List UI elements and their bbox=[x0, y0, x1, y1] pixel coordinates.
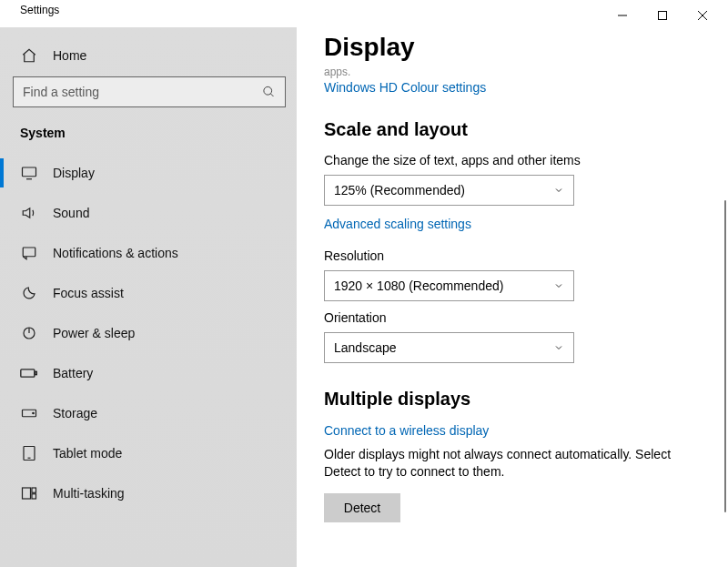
sidebar-item-sound[interactable]: Sound bbox=[0, 193, 297, 233]
sidebar-item-label: Multi-tasking bbox=[53, 486, 125, 501]
svg-rect-12 bbox=[32, 494, 36, 499]
sidebar-item-label: Storage bbox=[53, 406, 97, 420]
sidebar-item-focus-assist[interactable]: Focus assist bbox=[0, 273, 297, 313]
sidebar: Home System Display bbox=[0, 27, 297, 567]
window-title: Settings bbox=[20, 4, 602, 16]
storage-icon bbox=[20, 407, 38, 420]
svg-rect-3 bbox=[23, 248, 35, 257]
multiple-displays-heading: Multiple displays bbox=[324, 389, 712, 410]
orientation-field-label: Orientation bbox=[324, 310, 712, 325]
tablet-icon bbox=[20, 445, 38, 461]
svg-rect-2 bbox=[23, 167, 36, 177]
home-label: Home bbox=[53, 48, 86, 63]
close-button[interactable] bbox=[682, 4, 723, 27]
multitasking-icon bbox=[20, 485, 38, 501]
battery-icon bbox=[20, 367, 38, 380]
sidebar-item-label: Power & sleep bbox=[53, 326, 135, 340]
sidebar-item-label: Display bbox=[53, 166, 95, 180]
resolution-dropdown-value: 1920 × 1080 (Recommended) bbox=[334, 278, 503, 293]
sidebar-item-notifications[interactable]: Notifications & actions bbox=[0, 233, 297, 273]
svg-rect-5 bbox=[21, 370, 35, 377]
sidebar-item-tablet-mode[interactable]: Tablet mode bbox=[0, 433, 297, 473]
home-icon bbox=[20, 47, 38, 64]
truncated-previous-text: apps. bbox=[324, 66, 712, 78]
svg-rect-6 bbox=[35, 371, 37, 374]
search-input-wrapper[interactable] bbox=[13, 76, 286, 107]
minimize-button[interactable] bbox=[602, 4, 642, 27]
sidebar-item-multitasking[interactable]: Multi-tasking bbox=[0, 473, 297, 513]
svg-rect-0 bbox=[659, 12, 667, 20]
scale-dropdown[interactable]: 125% (Recommended) bbox=[324, 175, 574, 206]
notifications-icon bbox=[20, 245, 38, 261]
page-title: Display bbox=[324, 33, 712, 62]
power-icon bbox=[20, 325, 38, 341]
sidebar-item-label: Sound bbox=[53, 206, 89, 220]
detect-button[interactable]: Detect bbox=[324, 493, 400, 522]
sidebar-nav-list: Display Sound Notifications & actions bbox=[0, 153, 297, 513]
search-icon bbox=[262, 86, 276, 99]
scrollbar[interactable] bbox=[724, 200, 726, 512]
sidebar-item-battery[interactable]: Battery bbox=[0, 353, 297, 393]
scale-field-label: Change the size of text, apps and other … bbox=[324, 153, 712, 167]
sidebar-item-label: Notifications & actions bbox=[53, 246, 178, 260]
svg-rect-11 bbox=[32, 488, 36, 492]
search-input[interactable] bbox=[23, 85, 258, 99]
sidebar-item-storage[interactable]: Storage bbox=[0, 393, 297, 433]
sidebar-item-label: Focus assist bbox=[53, 286, 124, 300]
svg-point-8 bbox=[33, 412, 35, 414]
hd-colour-settings-link[interactable]: Windows HD Colour settings bbox=[324, 80, 486, 95]
orientation-dropdown-value: Landscape bbox=[334, 340, 397, 355]
sidebar-item-label: Tablet mode bbox=[53, 446, 122, 461]
svg-point-1 bbox=[264, 86, 272, 95]
chevron-down-icon bbox=[553, 342, 564, 353]
home-button[interactable]: Home bbox=[0, 38, 297, 73]
orientation-dropdown[interactable]: Landscape bbox=[324, 332, 574, 363]
resolution-field-label: Resolution bbox=[324, 248, 712, 263]
svg-rect-10 bbox=[23, 488, 31, 499]
advanced-scaling-link[interactable]: Advanced scaling settings bbox=[324, 217, 471, 231]
chevron-down-icon bbox=[553, 280, 564, 291]
sidebar-section-system: System bbox=[0, 122, 297, 153]
resolution-dropdown[interactable]: 1920 × 1080 (Recommended) bbox=[324, 270, 574, 301]
chevron-down-icon bbox=[553, 185, 564, 196]
detect-help-text: Older displays might not always connect … bbox=[324, 446, 706, 481]
maximize-button[interactable] bbox=[642, 4, 682, 27]
wireless-display-link[interactable]: Connect to a wireless display bbox=[324, 423, 489, 438]
content-pane: Display apps. Windows HD Colour settings… bbox=[297, 27, 728, 567]
focus-icon bbox=[20, 285, 38, 301]
sidebar-item-power-sleep[interactable]: Power & sleep bbox=[0, 313, 297, 353]
display-icon bbox=[20, 165, 38, 181]
scale-layout-heading: Scale and layout bbox=[324, 119, 712, 140]
sidebar-item-label: Battery bbox=[53, 366, 93, 380]
sound-icon bbox=[20, 205, 38, 221]
sidebar-item-display[interactable]: Display bbox=[0, 153, 297, 193]
scale-dropdown-value: 125% (Recommended) bbox=[334, 183, 465, 197]
